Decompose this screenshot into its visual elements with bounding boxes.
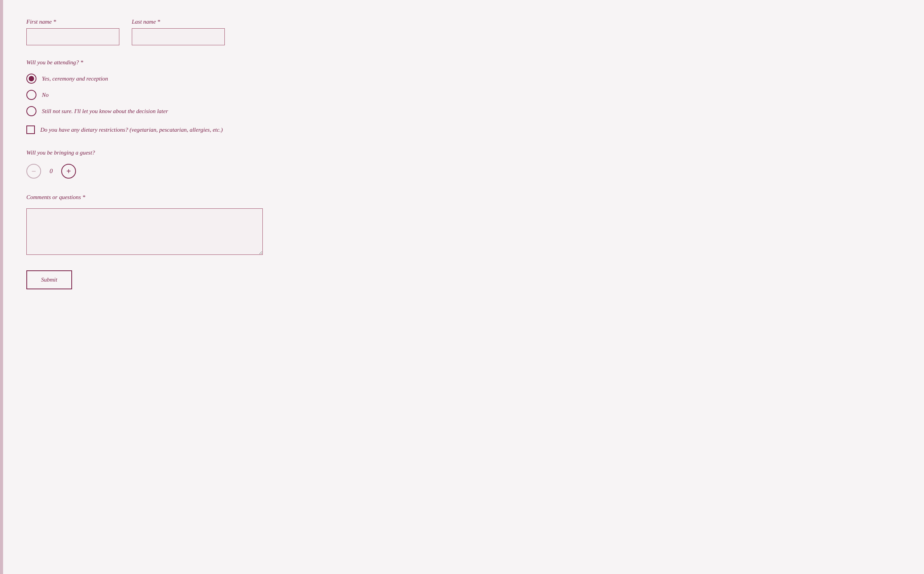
- radio-label-unsure: Still not sure. I'll let you know about …: [42, 108, 168, 115]
- increment-button[interactable]: +: [61, 164, 76, 179]
- radio-label-no: No: [42, 92, 49, 98]
- radio-circle-yes[interactable]: [26, 74, 36, 84]
- first-name-label: First name *: [26, 19, 119, 25]
- radio-option-no[interactable]: No: [26, 90, 901, 100]
- radio-circle-unsure[interactable]: [26, 106, 36, 116]
- decrement-icon: −: [31, 167, 36, 176]
- dietary-label: Do you have any dietary restrictions? (v…: [40, 127, 223, 133]
- radio-option-unsure[interactable]: Still not sure. I'll let you know about …: [26, 106, 901, 116]
- left-border-accent: [0, 0, 3, 574]
- comments-section: Comments or questions *: [26, 194, 901, 256]
- submit-button[interactable]: Submit: [26, 270, 72, 289]
- comments-label: Comments or questions *: [26, 194, 901, 201]
- last-name-wrapper: Last name *: [132, 19, 225, 45]
- radio-inner-yes: [29, 76, 34, 81]
- dietary-checkbox-option[interactable]: Do you have any dietary restrictions? (v…: [26, 125, 901, 134]
- guest-count-value: 0: [47, 168, 55, 175]
- bringing-guest-section: Will you be bringing a guest? − 0 +: [26, 150, 901, 179]
- guest-section-label: Will you be bringing a guest?: [26, 150, 901, 156]
- form-container: First name * Last name * Will you be att…: [3, 0, 924, 574]
- first-name-input[interactable]: [26, 28, 119, 45]
- increment-icon: +: [66, 167, 71, 176]
- dietary-checkbox[interactable]: [26, 125, 35, 134]
- last-name-input[interactable]: [132, 28, 225, 45]
- first-name-wrapper: First name *: [26, 19, 119, 45]
- radio-option-yes[interactable]: Yes, ceremony and reception: [26, 74, 901, 84]
- attending-label: Will you be attending? *: [26, 59, 901, 66]
- guest-stepper: − 0 +: [26, 164, 901, 179]
- radio-circle-no[interactable]: [26, 90, 36, 100]
- decrement-button[interactable]: −: [26, 164, 41, 179]
- attending-radio-group: Yes, ceremony and reception No Still not…: [26, 74, 901, 116]
- radio-label-yes: Yes, ceremony and reception: [42, 76, 108, 82]
- name-field-group: First name * Last name *: [26, 19, 901, 45]
- comments-textarea[interactable]: [26, 208, 263, 255]
- last-name-label: Last name *: [132, 19, 225, 25]
- attending-section: Will you be attending? * Yes, ceremony a…: [26, 59, 901, 134]
- page-container: First name * Last name * Will you be att…: [0, 0, 924, 574]
